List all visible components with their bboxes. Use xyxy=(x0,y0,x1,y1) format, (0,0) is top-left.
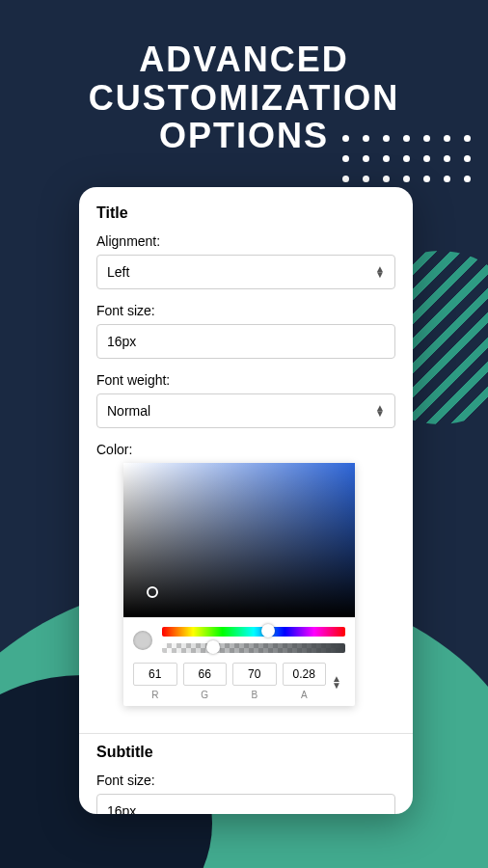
chevron-updown-icon: ▲▼ xyxy=(375,266,385,278)
chevron-updown-icon: ▲▼ xyxy=(375,405,385,417)
alignment-label: Alignment: xyxy=(96,233,395,249)
color-g-label: G xyxy=(183,690,228,700)
color-saturation-area[interactable] xyxy=(123,463,355,617)
color-a-label: A xyxy=(283,690,327,700)
settings-card: Title Alignment: Left ▲▼ Font size: 16px… xyxy=(79,187,413,814)
subtitle-fontsize-label: Font size: xyxy=(96,773,395,788)
alignment-select[interactable]: Left ▲▼ xyxy=(96,255,395,289)
section-title-title: Title xyxy=(96,204,395,222)
color-b-label: B xyxy=(232,690,277,700)
alignment-value: Left xyxy=(107,264,129,280)
fontweight-label: Font weight: xyxy=(96,372,395,388)
fontsize-value: 16px xyxy=(107,334,136,349)
subtitle-fontsize-input[interactable]: 16px xyxy=(96,794,395,814)
fontweight-select[interactable]: Normal ▲▼ xyxy=(96,393,395,428)
fontsize-label: Font size: xyxy=(96,303,395,318)
color-g-input[interactable]: 66 xyxy=(183,663,228,686)
alpha-handle[interactable] xyxy=(206,640,220,654)
hue-handle[interactable] xyxy=(261,624,275,637)
color-cursor[interactable] xyxy=(147,586,158,598)
color-picker: 61 R 66 G 70 B 0.28 A ▲▼ xyxy=(123,463,355,706)
fontweight-value: Normal xyxy=(107,403,150,419)
color-r-label: R xyxy=(133,690,177,700)
page-title: ADVANCED CUSTOMIZATION OPTIONS xyxy=(0,0,488,155)
hue-slider[interactable] xyxy=(162,627,345,637)
color-b-input[interactable]: 70 xyxy=(232,663,277,686)
alpha-slider[interactable] xyxy=(162,643,345,653)
section-divider xyxy=(79,733,413,734)
fontsize-input[interactable]: 16px xyxy=(96,324,395,359)
color-mode-toggle[interactable]: ▲▼ xyxy=(332,675,345,689)
section-title-subtitle: Subtitle xyxy=(96,744,395,761)
color-a-input[interactable]: 0.28 xyxy=(283,663,327,686)
color-label: Color: xyxy=(96,442,395,457)
current-color-swatch xyxy=(133,631,152,650)
subtitle-fontsize-value: 16px xyxy=(107,803,136,814)
color-r-input[interactable]: 61 xyxy=(133,663,177,686)
